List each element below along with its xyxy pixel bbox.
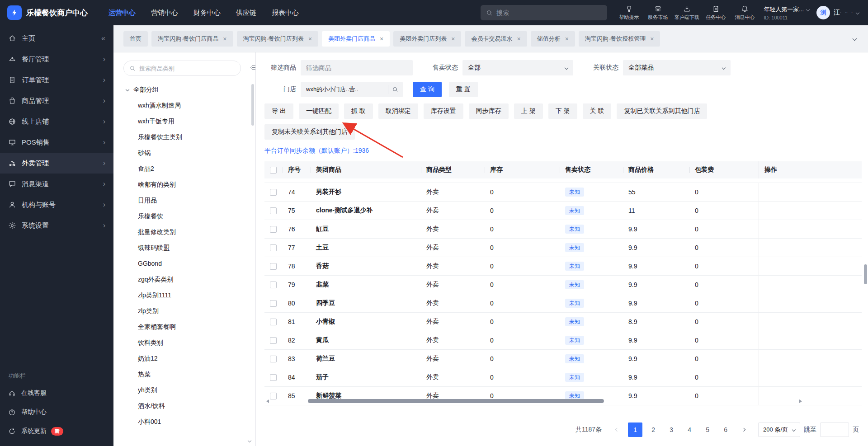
category-search[interactable] [123,61,241,76]
toolbar-button[interactable]: 下 架 [548,103,577,119]
category-item[interactable]: 乐檬餐饮主类别 [123,129,249,145]
toolbar-button[interactable]: 复制未关联关系到其他门店 [264,124,355,140]
category-item[interactable]: 酒水/饮料 [123,398,249,414]
row-checkbox[interactable] [270,337,277,344]
vertical-scroll-thumb[interactable] [864,264,867,284]
global-search-input[interactable] [496,9,602,16]
next-page-button[interactable] [736,423,751,437]
global-search[interactable] [481,5,607,20]
category-item[interactable]: zlp类别1111 [123,287,249,303]
tabs-overflow-button[interactable] [848,33,861,45]
sale-status-select[interactable]: 全部 [462,60,573,75]
table-row[interactable]: 84 茄子 外卖 0 未知 9.9 0 [264,368,862,387]
chevron-down-icon[interactable] [248,436,251,443]
tab-close-icon[interactable]: × [650,36,654,42]
category-item[interactable]: 食品2 [123,161,249,177]
nav-item[interactable]: 报表中心 [272,9,299,17]
sidebar-item[interactable]: 主页 « [0,28,113,49]
sidebar-item[interactable]: 系统设置 › [0,215,113,236]
table-row[interactable]: 79 韭菜 外卖 0 未知 9.9 0 [264,276,862,294]
row-checkbox[interactable] [270,282,277,288]
row-checkbox[interactable] [270,319,277,325]
sidebar-item[interactable]: 商品管理 › [0,90,113,111]
tab[interactable]: 储值分析 × [531,31,575,47]
row-checkbox[interactable] [270,374,277,381]
sidebar-item[interactable]: 消息渠道 › [0,174,113,194]
row-checkbox[interactable] [270,393,277,399]
tab-close-icon[interactable]: × [308,36,312,42]
tab-close-icon[interactable]: × [565,36,569,42]
toolbar-button[interactable]: 一键匹配 [299,103,339,119]
toolbar-button[interactable]: 抓 取 [344,103,373,119]
collapse-panel-icon[interactable] [250,64,256,72]
toolbar-button[interactable]: 库存设置 [424,103,463,119]
tree-expand-icon[interactable] [126,88,129,91]
tab[interactable]: 淘宝闪购·餐饮门店列表 × [237,31,319,47]
sidebar-item[interactable]: 外卖管理 › [0,153,113,174]
tab[interactable]: 淘宝闪购·餐饮授权管理 × [579,31,660,47]
table-row[interactable]: 76 缸豆 外卖 0 未知 9.9 0 [264,220,862,239]
page-button[interactable]: 4 [682,423,697,437]
tab-close-icon[interactable]: × [517,36,520,42]
row-checkbox[interactable] [270,207,277,214]
toolbar-button[interactable]: 同步库存 [469,103,509,119]
sidebar-tool-item[interactable]: 系统更新 新 [0,422,113,441]
category-item[interactable]: 饿辣码联盟 [123,240,249,256]
header-util-item[interactable]: 客户端下载 [672,5,701,21]
table-row[interactable]: 75 clone-测试多退少补 外卖 0 未知 11 0 [264,202,862,220]
toolbar-button[interactable]: 取消绑定 [378,103,418,119]
category-item[interactable]: wxh干饭专用 [123,113,249,129]
sidebar-item[interactable]: 机构与账号 › [0,194,113,215]
page-button[interactable]: 5 [700,423,715,437]
category-item[interactable]: 砂锅 [123,145,249,161]
page-size-select[interactable]: 200 条/页 [758,423,800,437]
category-search-input[interactable] [139,65,235,72]
category-item[interactable]: zgq外卖类别 [123,272,249,287]
sidebar-tool-item[interactable]: 在线客服 [0,384,113,403]
relation-status-select[interactable]: 全部菜品 [623,60,731,75]
filter-product-input[interactable] [301,60,413,75]
category-item[interactable]: 奶油12 [123,351,249,366]
tab[interactable]: 会员卡交易流水 × [465,31,527,47]
header-util-item[interactable]: 帮助提示 [614,5,643,21]
tab-close-icon[interactable]: × [380,36,383,42]
page-button[interactable]: 2 [646,423,660,437]
scroll-left-arrow[interactable] [266,399,269,403]
select-all-checkbox[interactable] [270,167,277,174]
query-button[interactable]: 查 询 [413,82,442,97]
balance-link[interactable]: 平台订单同步余额（默认账户）:1936 [264,147,369,155]
user-menu[interactable]: 浏 汪一一 [816,6,859,19]
row-checkbox[interactable] [270,189,277,196]
category-item[interactable]: 啥都有的类别 [123,177,249,192]
row-checkbox[interactable] [270,226,277,233]
table-row[interactable]: 77 土豆 外卖 0 未知 9.9 0 [264,239,862,257]
sidebar-item[interactable]: 订单管理 › [0,70,113,90]
search-icon[interactable] [392,86,398,93]
category-item[interactable]: yh类别 [123,382,249,398]
nav-item[interactable]: 营销中心 [151,9,178,17]
tab[interactable]: 首页 [123,31,148,47]
sidebar-item[interactable]: 线上店铺 › [0,111,113,132]
header-util-item[interactable]: 消息中心 [730,5,759,21]
category-item[interactable]: wxh酒水制造局 [123,98,249,113]
nav-item[interactable]: 运营中心 [108,9,136,17]
category-item[interactable]: 批量修改类别 [123,224,249,240]
row-checkbox[interactable] [270,263,277,270]
page-button[interactable]: 3 [664,423,679,437]
scrollbar-thumb[interactable] [251,84,254,126]
header-util-item[interactable]: 任务中心 [701,5,730,21]
toolbar-button[interactable]: 导 出 [264,103,293,119]
toolbar-button[interactable]: 上 架 [514,103,543,119]
category-item[interactable]: 饮料类别 [123,335,249,351]
horizontal-scrollbar[interactable] [264,399,804,404]
tab-close-icon[interactable]: × [223,36,226,42]
jump-page-input[interactable] [820,423,849,437]
table-row[interactable]: 74 男装开衫 外卖 0 未知 55 0 [264,183,862,202]
toolbar-button[interactable]: 关 联 [583,103,612,119]
category-item[interactable]: zlp类别 [123,303,249,319]
category-item[interactable]: GGbond [123,256,249,272]
sidebar-item[interactable]: 餐厅管理 › [0,49,113,70]
category-item[interactable]: 日用品 [123,192,249,208]
scroll-right-arrow[interactable] [799,399,802,403]
tab[interactable]: 淘宝闪购·餐饮门店商品 × [151,31,233,47]
